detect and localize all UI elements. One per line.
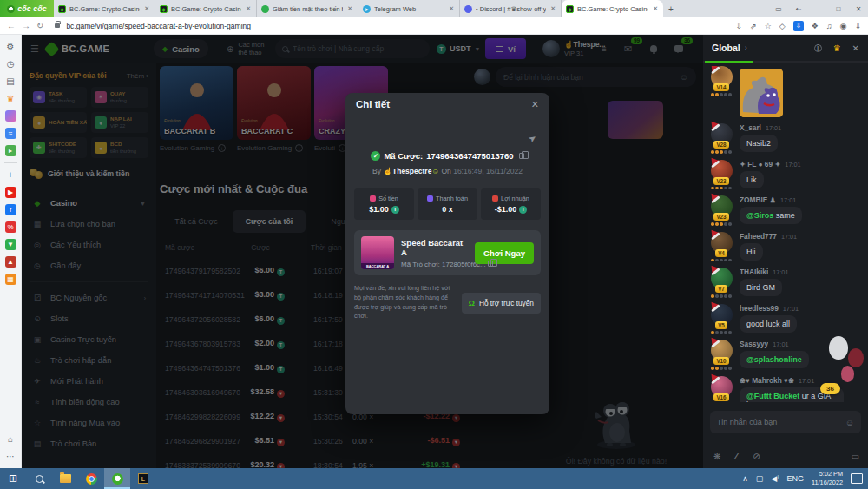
shop-bag-icon[interactable]: ▼ xyxy=(5,239,16,250)
vip-level-badge: V23 xyxy=(713,213,728,221)
close-window-button[interactable]: ✕ xyxy=(849,5,868,13)
media-icon[interactable]: ♫ xyxy=(826,22,832,30)
chat-image-attachment[interactable] xyxy=(740,69,783,117)
padlock-icon[interactable] xyxy=(55,23,60,28)
live-support-button[interactable]: Ω Hỗ trợ trực tuyến xyxy=(462,293,541,314)
chat-username[interactable]: heedless99 xyxy=(740,304,779,313)
chat-close-icon[interactable]: ✕ xyxy=(852,43,859,53)
play-now-button[interactable]: Chơi Ngay xyxy=(475,242,534,264)
tab-close-icon[interactable]: ✕ xyxy=(245,5,252,12)
back-icon[interactable]: ← xyxy=(7,21,16,30)
copy-game-id-icon[interactable] xyxy=(488,261,493,267)
adblock-shield-icon[interactable]: ◇ xyxy=(779,22,786,30)
network-icon[interactable]: ▢ xyxy=(756,474,764,483)
download-active-icon[interactable]: ⇩ xyxy=(793,21,804,31)
browser-tab[interactable]: ◆BC.Game: Crypto Casino Gam✕ xyxy=(54,0,155,17)
league-of-legends-button[interactable]: L xyxy=(130,468,156,489)
chat-bubble: Nasib2 xyxy=(740,135,778,152)
share-icon[interactable]: ⇗ xyxy=(750,22,757,30)
sale-icon[interactable]: % xyxy=(5,221,16,233)
action-center-icon[interactable] xyxy=(851,473,863,484)
add-icon[interactable]: + xyxy=(5,169,16,181)
profile-icon[interactable]: ◉ xyxy=(840,22,847,30)
tab-close-icon[interactable]: ✕ xyxy=(448,5,455,12)
browser-tab[interactable]: Giảm tiền mặt theo tiến hóa!✕ xyxy=(257,0,358,17)
chat-username[interactable]: X_sarl xyxy=(740,123,761,132)
cart-icon[interactable]: ▦ xyxy=(5,274,16,285)
browser-tab[interactable]: • Discord | #♛show-off-you✕ xyxy=(460,0,562,17)
game-center-icon[interactable]: ▸ xyxy=(5,145,16,156)
extensions-icon[interactable]: ❖ xyxy=(812,22,819,30)
browser-tab[interactable]: ➤Telegram Web✕ xyxy=(358,0,460,17)
mention-link[interactable]: @Futtt Bucket xyxy=(746,392,799,400)
bookmark-star-icon[interactable]: ☆ xyxy=(765,22,772,30)
chat-username[interactable]: Faheed777 xyxy=(740,232,777,241)
settings-icon[interactable]: ⚙ xyxy=(5,41,16,52)
forward-icon[interactable]: → xyxy=(22,21,30,30)
tab-scroll-icon[interactable]: ⇠ xyxy=(789,5,808,13)
file-explorer-button[interactable] xyxy=(52,468,78,489)
minimize-button[interactable]: – xyxy=(809,5,828,13)
gif-icon[interactable]: ⊘ xyxy=(753,452,760,461)
bet-author[interactable]: ☝Thespectre xyxy=(383,167,431,175)
chat-username[interactable]: ZOMBIE ♟ xyxy=(740,195,776,204)
stat-label: Lợi nhuận xyxy=(501,195,529,202)
chat-emoji-icon[interactable]: ☺ xyxy=(845,418,854,427)
messenger-icon[interactable] xyxy=(5,110,16,122)
language-indicator[interactable]: ENG xyxy=(787,474,805,483)
tray-expand-icon[interactable]: ∧ xyxy=(742,474,748,483)
modal-close-icon[interactable]: ✕ xyxy=(531,99,539,110)
slash-command-icon[interactable]: ∠ xyxy=(733,452,740,461)
chrome-button[interactable] xyxy=(78,468,104,489)
chat-channel-label[interactable]: Global xyxy=(712,43,740,53)
more-dots-icon[interactable]: ⋯ xyxy=(5,451,16,462)
star-dot xyxy=(724,187,727,190)
coccoc-button[interactable] xyxy=(104,468,130,489)
trophy-icon[interactable]: ♛ xyxy=(833,43,841,53)
rail-bell-icon[interactable]: ⌂ xyxy=(5,433,16,445)
tab-search-icon[interactable]: ▭ xyxy=(769,5,788,13)
copy-bet-id-icon[interactable] xyxy=(519,153,524,159)
reaction-count-badge[interactable]: 36 xyxy=(820,383,840,394)
reading-list-icon[interactable]: ▤ xyxy=(5,76,16,87)
facebook-icon[interactable]: f xyxy=(5,204,16,215)
new-tab-button[interactable]: + xyxy=(663,0,679,17)
url-text[interactable]: bc.game/vi/game/speed-baccarat-a-by-evol… xyxy=(66,22,729,30)
chat-input[interactable] xyxy=(717,418,841,426)
star-dot xyxy=(728,331,732,334)
chevron-right-icon[interactable]: › xyxy=(745,43,803,52)
taskbar-search-button[interactable] xyxy=(26,468,52,489)
chat-username[interactable]: ✦ FL ● 69 ✦ xyxy=(740,160,780,169)
tab-close-icon[interactable]: ✕ xyxy=(346,5,353,12)
coccoc-brand[interactable]: cốc cốc xyxy=(0,0,54,17)
history-icon[interactable]: ◷ xyxy=(5,58,16,69)
save-page-icon[interactable]: ⇩ xyxy=(736,22,743,30)
downloads-tray-icon[interactable]: ⇓ xyxy=(854,22,861,30)
reload-icon[interactable]: ↻ xyxy=(36,21,43,30)
promo-hat-icon[interactable]: ▲ xyxy=(5,256,16,268)
chat-app-icon[interactable]: ≈ xyxy=(5,128,16,139)
chat-info-icon[interactable]: i xyxy=(814,44,822,52)
chat-username[interactable]: THAIkiki xyxy=(740,268,768,276)
tab-close-icon[interactable]: ✕ xyxy=(549,5,556,12)
share-bet-icon[interactable]: ➤ xyxy=(526,132,539,146)
mention-link[interactable]: @Siros xyxy=(746,211,773,220)
crown-icon[interactable]: ♛ xyxy=(5,93,16,104)
tab-close-icon[interactable]: ✕ xyxy=(143,5,150,12)
chat-username[interactable]: Sassyyy xyxy=(740,340,768,348)
tab-close-icon[interactable]: ✕ xyxy=(652,5,659,12)
chat-message-left: V7 xyxy=(708,268,734,298)
rain-icon[interactable]: ❋ xyxy=(713,452,720,461)
chat-rules-icon[interactable]: ▭ xyxy=(852,452,859,461)
chat-input-box[interactable]: ☺ xyxy=(710,411,861,433)
clock[interactable]: 5:02 PM 11/16/2022 xyxy=(812,470,843,487)
mention-link[interactable]: @splashonline xyxy=(746,355,802,364)
start-button[interactable]: ⊞ xyxy=(0,468,26,489)
browser-tab[interactable]: ◆BC.Game: Crypto Casino Gam✕ xyxy=(562,0,663,17)
chat-username[interactable]: ❀♥ Mahrokh ♥❀ xyxy=(740,376,794,385)
maximize-button[interactable]: □ xyxy=(829,5,848,13)
browser-tab[interactable]: ◆BC.Game: Crypto Casino Gam✕ xyxy=(155,0,257,17)
volume-icon[interactable]: ◀⁾ xyxy=(771,474,779,483)
youtube-icon[interactable]: ▶ xyxy=(5,187,16,198)
game-thumbnail[interactable]: BACCARAT A xyxy=(361,236,394,269)
